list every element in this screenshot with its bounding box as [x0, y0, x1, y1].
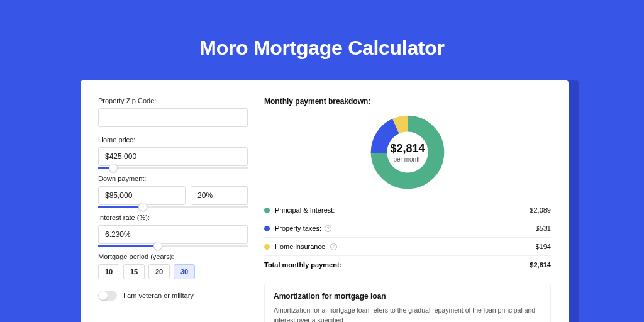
legend-label-principal-text: Principal & Interest: — [275, 206, 335, 214]
legend-dot-insurance — [264, 244, 270, 250]
interest-rate-slider-thumb[interactable] — [153, 242, 162, 250]
amortization-body: Amortization for a mortgage loan refers … — [274, 306, 541, 322]
legend-value-principal: $2,089 — [530, 206, 551, 214]
legend-label-taxes: Property taxes: ? — [275, 225, 536, 232]
home-price-slider[interactable] — [98, 167, 248, 169]
home-price-input[interactable] — [98, 147, 248, 166]
period-option-20[interactable]: 20 — [148, 264, 170, 279]
amortization-card: Amortization for mortgage loan Amortizat… — [264, 284, 551, 322]
legend-value-taxes: $531 — [536, 225, 551, 232]
info-icon[interactable]: ? — [330, 243, 337, 250]
home-price-label: Home price: — [98, 136, 248, 143]
interest-rate-label: Interest rate (%): — [98, 214, 248, 221]
breakdown-column: Monthly payment breakdown: $2,814 per mo… — [264, 97, 551, 322]
veteran-row: I am veteran or military — [98, 291, 248, 301]
legend-row-insurance: Home insurance: ? $194 — [264, 238, 551, 256]
veteran-label: I am veteran or military — [123, 292, 194, 299]
field-home-price: Home price: — [98, 136, 248, 166]
legend-label-taxes-text: Property taxes: — [275, 225, 321, 232]
donut-chart: $2,814 per month — [370, 114, 445, 190]
legend-value-total: $2,814 — [530, 261, 551, 269]
down-payment-slider-thumb[interactable] — [138, 203, 147, 211]
donut-sub: per month — [393, 156, 421, 163]
period-option-15[interactable]: 15 — [123, 264, 145, 279]
period-option-30[interactable]: 30 — [174, 264, 195, 279]
legend-row-principal: Principal & Interest: $2,089 — [264, 201, 551, 219]
interest-rate-slider[interactable] — [98, 245, 248, 247]
legend-dot-taxes — [264, 226, 270, 231]
legend-label-total: Total monthly payment: — [264, 261, 530, 269]
zip-input[interactable] — [98, 108, 248, 127]
veteran-toggle[interactable] — [98, 291, 117, 301]
down-payment-percent-input[interactable] — [191, 186, 248, 205]
period-option-10[interactable]: 10 — [98, 264, 119, 279]
breakdown-title: Monthly payment breakdown: — [264, 97, 551, 106]
form-column: Property Zip Code: Home price: Down paym… — [98, 97, 248, 322]
calculator-panel: Property Zip Code: Home price: Down paym… — [80, 80, 569, 322]
zip-label: Property Zip Code: — [98, 97, 248, 104]
info-icon[interactable]: ? — [325, 225, 331, 232]
field-down-payment: Down payment: — [98, 175, 248, 205]
page-title: Moro Mortgage Calculator — [0, 0, 644, 74]
home-price-slider-thumb[interactable] — [109, 164, 118, 172]
down-payment-slider[interactable] — [98, 206, 248, 208]
interest-rate-slider-fill — [98, 245, 158, 247]
legend-label-insurance: Home insurance: ? — [275, 243, 536, 250]
field-mortgage-period: Mortgage period (years): 10 15 20 30 — [98, 253, 248, 279]
legend-row-taxes: Property taxes: ? $531 — [264, 219, 551, 238]
legend-label-insurance-text: Home insurance: — [275, 243, 327, 250]
donut-chart-wrap: $2,814 per month — [264, 114, 551, 190]
legend-value-insurance: $194 — [536, 243, 551, 250]
down-payment-label: Down payment: — [98, 175, 248, 182]
donut-amount: $2,814 — [390, 142, 425, 155]
legend-dot-principal — [264, 208, 270, 213]
legend-label-principal: Principal & Interest: — [275, 206, 530, 214]
veteran-toggle-knob — [99, 291, 108, 300]
field-zip: Property Zip Code: — [98, 97, 248, 127]
mortgage-period-label: Mortgage period (years): — [98, 253, 248, 260]
donut-center: $2,814 per month — [370, 114, 445, 190]
interest-rate-input[interactable] — [98, 225, 248, 244]
mortgage-period-row: 10 15 20 30 — [98, 264, 248, 279]
down-payment-slider-fill — [98, 206, 143, 208]
field-interest-rate: Interest rate (%): — [98, 214, 248, 244]
amortization-title: Amortization for mortgage loan — [274, 292, 541, 301]
legend-row-total: Total monthly payment: $2,814 — [264, 256, 551, 274]
